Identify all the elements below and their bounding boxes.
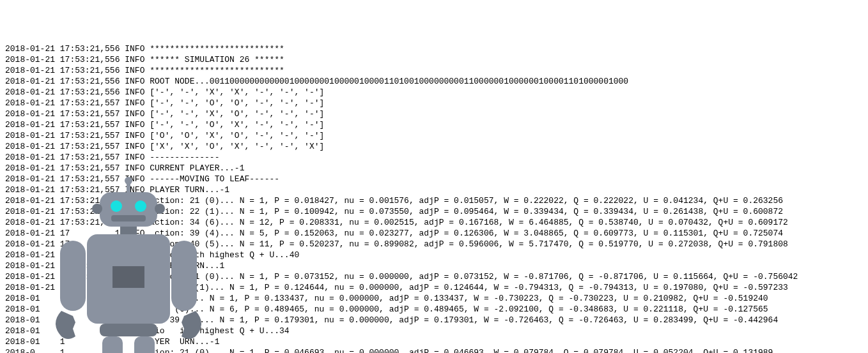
log-line: 2018-01 33 (5)... N = 1, P = 0.133437, n… xyxy=(0,293,868,304)
log-line: 2018-01-21 17:53:21,556 INFO ***********… xyxy=(0,65,868,76)
log-line: 2018-01-21 17:53:21,557 INFO ['X', 'X', … xyxy=(0,141,868,152)
log-line: 2018-01-21 17 FO ction with highest Q + … xyxy=(0,250,868,260)
log-line: 2018-01-21 17:53:21,557 INFO ['O', 'O', … xyxy=(0,130,868,141)
log-line: 2018-01-21 17:53:21,557 INFO ------MOVIN… xyxy=(0,174,868,184)
log-line: 2018-01 1 tio ith highest Q + U...34 xyxy=(0,326,868,336)
log-line: 2018-01-21 17:53:21,557 INFO action: 21 … xyxy=(0,195,868,206)
log-line: 2018-01-21 17:53:21,557 INFO CURRENT PLA… xyxy=(0,163,868,174)
log-line: 2018-01-21 17:53:21,556 INFO ***********… xyxy=(0,43,868,54)
log-line: 2018-01-21 17 FO ction: 40 (5)... N = 11… xyxy=(0,239,868,250)
log-line: 2018-0 1 tion: 21 (0)... N = 1, P = 0.04… xyxy=(0,347,868,353)
log-line: 2018-01-21 1 tion: 22 (1)... N = 1, P = … xyxy=(0,282,868,293)
log-line: 2018-01 1 AYER URN...-1 xyxy=(0,336,868,347)
log-line: 2018-01-21 17:53:21,556 INFO ROOT NODE..… xyxy=(0,76,868,87)
log-output: 2018-01-21 17:53:21,556 INFO ***********… xyxy=(0,43,868,353)
log-line: 2018-01-21 17:53:21, INFO action: 21 (0)… xyxy=(0,271,868,282)
log-line: 2018-01-21 17:53:21,556 INFO ['-', '-', … xyxy=(0,87,868,98)
log-line: 2018-01-21 17 1 INFO ction: 39 (4)... N … xyxy=(0,228,868,239)
log-line: 2018-01-21 17:53:21,556 INFO ****** SIMU… xyxy=(0,54,868,65)
log-line: 2018-01-21 17:53:21,557 INFO ['-', '-', … xyxy=(0,109,868,119)
log-line: 2018-01-21 17:53:21,557 INFO ['-', '-', … xyxy=(0,98,868,109)
log-line: 2018-01-21 17:53:21,557 INFO action: 34 … xyxy=(0,217,868,228)
log-line: 2018-01-21 17:53:21,557 INFO PLAYER TURN… xyxy=(0,184,868,195)
log-line: 2018-01-21 17:53:21,557 INFO ['-', '-', … xyxy=(0,119,868,130)
log-line: 2018-01 io 39 (4)... N = 1, P = 0.179301… xyxy=(0,315,868,326)
log-line: 2018-01-21 17:53:21,557 INFO action: 22 … xyxy=(0,206,868,217)
log-line: 2018-01-21 17:53:21, FO PLAYER TURN...1 xyxy=(0,260,868,271)
log-line: 2018-01-21 17:53:21,557 INFO -----------… xyxy=(0,152,868,163)
log-line: 2018-01 34 (6)... N = 6, P = 0.489465, n… xyxy=(0,304,868,315)
